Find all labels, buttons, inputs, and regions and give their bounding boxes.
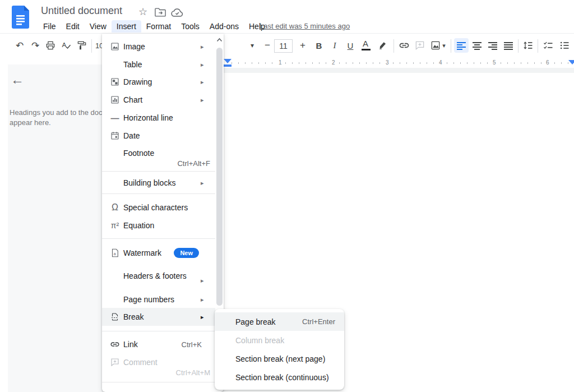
new-badge: New xyxy=(174,248,199,258)
menu-item-page-numbers[interactable]: Page numbers ▸ xyxy=(102,290,215,308)
menu-item-equation[interactable]: π² Equation xyxy=(102,216,215,234)
highlight-color-icon[interactable] xyxy=(376,38,390,53)
font-size-input[interactable]: 11 xyxy=(274,39,293,53)
italic-icon[interactable]: I xyxy=(327,38,342,53)
drawing-icon xyxy=(109,76,121,87)
align-left-icon[interactable] xyxy=(454,38,469,53)
close-outline-icon[interactable]: ← xyxy=(11,72,24,87)
menu-edit[interactable]: Edit xyxy=(61,20,85,33)
left-indent-marker[interactable] xyxy=(224,64,232,67)
last-edit-link[interactable]: Last edit was 5 minutes ago xyxy=(260,22,350,30)
move-to-folder-icon[interactable] xyxy=(155,8,166,17)
menu-insert[interactable]: Insert xyxy=(112,20,141,33)
submenu-item-section-break-next-page[interactable]: Section break (next page) xyxy=(215,349,344,368)
menu-format[interactable]: Format xyxy=(141,20,176,33)
menu-item-building-blocks[interactable]: Building blocks ▸ xyxy=(102,174,215,192)
menu-divider xyxy=(102,193,215,194)
docs-logo-icon[interactable] xyxy=(12,6,29,29)
chevron-right-icon: ▸ xyxy=(201,96,204,104)
menu-item-date[interactable]: Date xyxy=(102,127,215,145)
menu-item-watermark[interactable]: a Watermark New xyxy=(102,244,215,262)
svg-text:a: a xyxy=(114,252,116,256)
menu-item-label: Drawing xyxy=(123,77,152,86)
chevron-right-icon: ▸ xyxy=(201,296,204,303)
menu-item-table[interactable]: Table ▸ xyxy=(102,56,215,73)
menu-item-label: Break xyxy=(123,312,144,321)
watermark-icon: a xyxy=(109,247,121,259)
cloud-saved-icon[interactable] xyxy=(171,8,183,17)
google-docs-window: Untitled document ☆ File Edit View Inser… xyxy=(0,0,574,392)
submenu-item-section-break-continuous[interactable]: Section break (continuous) xyxy=(215,368,344,386)
toolbar-divider xyxy=(91,39,92,53)
horizontal-ruler[interactable]: 1 2 3 4 5 6 xyxy=(224,58,574,68)
menu-view[interactable]: View xyxy=(85,20,112,33)
menu-item-horizontal-line[interactable]: — Horizontal line xyxy=(102,109,215,127)
chevron-right-icon: ▸ xyxy=(201,313,204,321)
pi-squared-icon: π² xyxy=(109,220,121,231)
menu-divider xyxy=(102,331,215,331)
ruler-number: 3 xyxy=(384,59,391,66)
toolbar-divider xyxy=(451,39,451,53)
text-color-icon[interactable]: A xyxy=(359,38,373,53)
document-title[interactable]: Untitled document xyxy=(41,5,122,17)
print-icon[interactable] xyxy=(43,38,58,53)
increase-font-size-button[interactable]: + xyxy=(295,38,310,53)
scrollbar-thumb[interactable] xyxy=(216,48,223,306)
chart-icon xyxy=(109,94,121,105)
chevron-right-icon: ▸ xyxy=(201,179,204,187)
break-submenu: Page break Ctrl+Enter Column break Secti… xyxy=(215,309,344,390)
submenu-item-page-break[interactable]: Page break Ctrl+Enter xyxy=(215,312,344,331)
checklist-icon[interactable] xyxy=(541,38,556,53)
toolbar-divider xyxy=(394,39,394,53)
menu-item-break[interactable]: Break ▸ xyxy=(102,308,215,326)
line-spacing-icon[interactable] xyxy=(521,38,535,53)
menu-item-headers-footers[interactable]: Headers & footers ▸ xyxy=(102,264,215,288)
underline-icon[interactable]: U xyxy=(343,38,358,53)
image-dropdown-arrow-icon[interactable]: ▾ xyxy=(440,38,448,53)
right-indent-marker[interactable] xyxy=(568,60,574,64)
menu-item-label: Horizontal line xyxy=(123,113,173,122)
menu-file[interactable]: File xyxy=(38,20,61,33)
ruler-number: 6 xyxy=(544,59,551,66)
ruler-number: 4 xyxy=(437,59,444,66)
menu-divider xyxy=(102,238,215,239)
menu-tools[interactable]: Tools xyxy=(176,20,205,33)
zoom-control[interactable]: 100% xyxy=(95,41,102,52)
paint-format-icon[interactable] xyxy=(75,38,89,53)
menu-item-drawing[interactable]: Drawing ▸ xyxy=(102,73,215,91)
header: Untitled document ☆ File Edit View Inser… xyxy=(0,0,574,34)
bold-icon[interactable]: B xyxy=(312,38,326,53)
undo-icon[interactable]: ↶ xyxy=(12,38,27,53)
redo-icon[interactable]: ↷ xyxy=(28,38,43,53)
first-line-indent-marker[interactable] xyxy=(224,59,232,63)
menu-item-label: Link xyxy=(123,340,138,349)
justify-icon[interactable] xyxy=(501,38,516,53)
align-right-icon[interactable] xyxy=(485,38,500,53)
align-center-icon[interactable] xyxy=(470,38,484,53)
submenu-item-label: Section break (next page) xyxy=(235,354,325,363)
shortcut-label: Ctrl+Enter xyxy=(302,317,335,326)
menu-item-label: Footnote xyxy=(123,149,154,158)
styles-dropdown-arrow-icon[interactable]: ▾ xyxy=(245,38,260,53)
menu-item-special-characters[interactable]: Ω Special characters xyxy=(102,199,215,216)
toolbar-divider xyxy=(538,39,538,53)
menu-item-label: Headers & footers xyxy=(123,271,189,281)
menu-item-image[interactable]: Image ▸ xyxy=(102,38,215,56)
star-icon[interactable]: ☆ xyxy=(138,7,147,17)
link-icon xyxy=(109,339,121,350)
decrease-font-size-button[interactable]: − xyxy=(260,38,275,53)
omega-icon: Ω xyxy=(109,202,121,213)
scroll-up-icon[interactable] xyxy=(216,37,223,43)
menu-item-label: Watermark xyxy=(123,248,161,257)
menu-addons[interactable]: Add-ons xyxy=(205,20,244,33)
chevron-right-icon: ▸ xyxy=(201,79,204,86)
bulleted-list-icon[interactable] xyxy=(557,38,572,53)
submenu-item-column-break: Column break xyxy=(215,331,344,349)
insert-link-icon[interactable] xyxy=(397,38,411,53)
submenu-item-label: Page break xyxy=(235,317,276,326)
comment-icon xyxy=(109,357,121,368)
menu-item-chart[interactable]: Chart ▸ xyxy=(102,91,215,109)
date-icon xyxy=(109,130,121,141)
menu-item-link[interactable]: Link Ctrl+K xyxy=(102,335,215,353)
spellcheck-icon[interactable]: A xyxy=(59,38,73,53)
